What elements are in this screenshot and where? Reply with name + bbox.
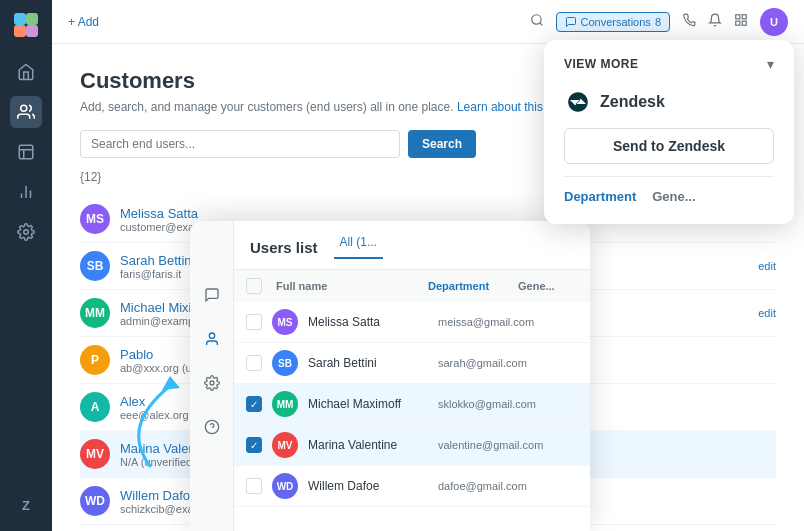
panel-user-avatar: SB: [272, 350, 298, 376]
panel-user-email: sarah@gmail.com: [438, 357, 578, 369]
zendesk-brand: Zendesk: [564, 88, 774, 116]
sidebar-analytics-icon[interactable]: [10, 176, 42, 208]
sidebar-home-icon[interactable]: [10, 56, 42, 88]
header-checkbox[interactable]: [246, 278, 266, 294]
user-avatar[interactable]: U: [760, 8, 788, 36]
panel-rows: MS Melissa Satta meissa@gmail.com SB Sar…: [234, 302, 590, 507]
panel-content: Users list All (1... Full name Departmen…: [234, 221, 590, 531]
tab-general[interactable]: Gene...: [652, 189, 695, 204]
tab-department[interactable]: Department: [564, 189, 636, 204]
svg-rect-13: [742, 14, 746, 18]
users-list-panel: Users list All (1... Full name Departmen…: [190, 221, 590, 531]
topbar-icons: Conversations 8: [530, 8, 788, 36]
svg-point-4: [21, 105, 27, 111]
search-button[interactable]: Search: [408, 130, 476, 158]
col-full-name: Full name: [276, 280, 418, 292]
sidebar-settings-icon[interactable]: [10, 216, 42, 248]
zendesk-tabs: Department Gene...: [564, 176, 774, 204]
user-avatar: SB: [80, 251, 110, 281]
svg-marker-16: [162, 376, 180, 390]
view-more-title: VIEW MORE: [564, 57, 639, 71]
panel-user-row: ✓ MM Michael Maximoff sklokko@gmail.com: [234, 384, 590, 425]
send-to-zendesk-button[interactable]: Send to Zendesk: [564, 128, 774, 164]
panel-user-avatar: MS: [272, 309, 298, 335]
svg-point-18: [210, 381, 214, 385]
conversations-button[interactable]: Conversations 8: [556, 12, 670, 32]
zendesk-logo-icon: [564, 88, 592, 116]
svg-rect-2: [14, 25, 26, 37]
user-avatar: MS: [80, 204, 110, 234]
svg-rect-12: [736, 14, 740, 18]
panel-user-email: valentine@gmail.com: [438, 439, 578, 451]
zendesk-brand-name: Zendesk: [600, 93, 665, 111]
sidebar-users-icon[interactable]: [10, 96, 42, 128]
panel-user-name[interactable]: Michael Maximoff: [308, 397, 428, 411]
view-more-header: VIEW MORE ▾: [564, 56, 774, 72]
topbar: + Add Conversations 8: [52, 0, 804, 44]
panel-help-icon[interactable]: [198, 413, 226, 441]
panel-user-row: ✓ MV Marina Valentine valentine@gmail.co…: [234, 425, 590, 466]
zendesk-section: Zendesk Send to Zendesk Department Gene.…: [564, 88, 774, 204]
sidebar-bottom: Z: [10, 489, 42, 521]
row-checkbox[interactable]: [246, 355, 262, 371]
panel-user-icon[interactable]: [198, 325, 226, 353]
app-logo-icon: [12, 11, 40, 39]
panel-sidebar: [190, 221, 234, 531]
panel-header: Users list All (1...: [234, 221, 590, 270]
panel-user-avatar: MM: [272, 391, 298, 417]
panel-user-row: WD Willem Dafoe dafoe@gmail.com: [234, 466, 590, 507]
grid-icon[interactable]: [734, 13, 748, 31]
panel-user-name[interactable]: Marina Valentine: [308, 438, 428, 452]
row-checkbox[interactable]: ✓: [246, 437, 262, 453]
svg-point-9: [24, 230, 29, 235]
svg-rect-1: [26, 13, 38, 25]
panel-user-row: SB Sarah Bettini sarah@gmail.com: [234, 343, 590, 384]
edit-link[interactable]: edit: [758, 260, 776, 272]
sidebar: Z: [0, 0, 52, 531]
svg-point-17: [209, 333, 214, 338]
svg-rect-15: [742, 21, 746, 25]
panel-user-email: sklokko@gmail.com: [438, 398, 578, 410]
panel-user-avatar: WD: [272, 473, 298, 499]
panel-user-row: MS Melissa Satta meissa@gmail.com: [234, 302, 590, 343]
sidebar-logo: [11, 10, 41, 40]
svg-line-11: [539, 23, 542, 26]
panel-table-header: Full name Department Gene...: [234, 270, 590, 302]
panel-user-email: dafoe@gmail.com: [438, 480, 578, 492]
panel-settings-icon[interactable]: [198, 369, 226, 397]
edit-link[interactable]: edit: [758, 307, 776, 319]
panel-chat-icon[interactable]: [198, 281, 226, 309]
col-general[interactable]: Gene...: [518, 280, 578, 292]
row-checkbox[interactable]: ✓: [246, 396, 262, 412]
chevron-down-icon[interactable]: ▾: [767, 56, 774, 72]
add-button[interactable]: + Add: [68, 15, 99, 29]
row-checkbox[interactable]: [246, 314, 262, 330]
panel-user-name[interactable]: Willem Dafoe: [308, 479, 428, 493]
row-checkbox[interactable]: [246, 478, 262, 494]
svg-rect-0: [14, 13, 26, 25]
panel-user-email: meissa@gmail.com: [438, 316, 578, 328]
panel-title: Users list: [250, 239, 318, 256]
conversations-label: Conversations: [581, 16, 651, 28]
svg-rect-3: [26, 25, 38, 37]
search-input[interactable]: [80, 130, 400, 158]
topbar-search-icon[interactable]: [530, 13, 544, 30]
panel-tab-all[interactable]: All (1...: [334, 235, 383, 259]
main-container: Z + Add Conversations 8: [0, 0, 804, 531]
svg-rect-5: [19, 145, 33, 159]
user-avatar: MM: [80, 298, 110, 328]
panel-user-name[interactable]: Melissa Satta: [308, 315, 428, 329]
user-avatar: WD: [80, 486, 110, 516]
svg-rect-14: [736, 21, 740, 25]
col-department[interactable]: Department: [428, 280, 508, 292]
select-all-checkbox[interactable]: [246, 278, 262, 294]
panel-user-avatar: MV: [272, 432, 298, 458]
phone-icon[interactable]: [682, 13, 696, 31]
panel-user-name[interactable]: Sarah Bettini: [308, 356, 428, 370]
conversations-count: 8: [655, 16, 661, 28]
svg-point-10: [531, 15, 540, 24]
bell-icon[interactable]: [708, 13, 722, 31]
view-more-panel: VIEW MORE ▾ Zendesk Send to Zendesk Depa…: [544, 40, 794, 224]
sidebar-zendesk-icon[interactable]: Z: [10, 489, 42, 521]
sidebar-reports-icon[interactable]: [10, 136, 42, 168]
